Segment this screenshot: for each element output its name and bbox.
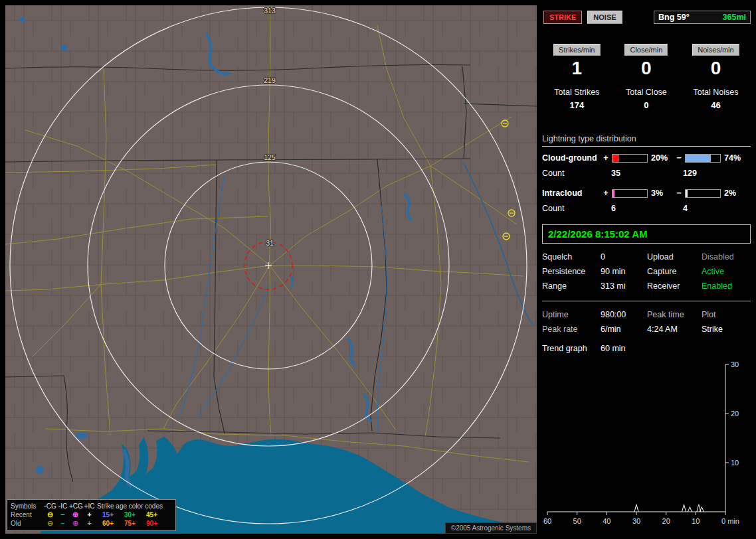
cg-negative-count: 129 [683, 169, 697, 178]
bearing-value: Bng 59° [658, 13, 690, 22]
peak-rate-value: 6/min [601, 325, 647, 334]
peak-time-value: 4:24 AM [647, 325, 702, 334]
strikes-rate-column: Strikes/min 1 Total Strikes 174 [542, 44, 612, 110]
svg-text:20: 20 [662, 517, 670, 525]
minus-sign: − [675, 189, 683, 198]
cg-negative-bar-fill [686, 155, 711, 162]
close-rate-column: Close/min 0 Total Close 0 [612, 44, 682, 110]
legend-col-pic: +IC [82, 502, 97, 510]
ic-negative-bar-fill [686, 190, 688, 197]
plot-label: Plot [702, 310, 748, 319]
noises-per-min-button[interactable]: Noises/min [692, 44, 739, 56]
total-noises-label: Total Noises [681, 88, 751, 97]
minus-sign: − [675, 153, 683, 163]
noise-mode-button[interactable]: NOISE [587, 11, 622, 24]
trend-graph: 1020306050403020100 min [542, 359, 748, 526]
cg-positive-bar [612, 154, 648, 163]
cg-positive-pct: 20% [650, 153, 675, 163]
ic-positive-pct: 3% [650, 189, 675, 198]
ring-label-31: 31 [266, 239, 274, 247]
intracloud-label: Intracloud [542, 189, 602, 198]
svg-text:30: 30 [731, 360, 739, 368]
intracloud-row: Intracloud + 3% − 2% [542, 189, 751, 198]
bearing-display: Bng 59° 365mi [654, 11, 751, 24]
peak-time-label: Peak time [647, 310, 702, 319]
ic-positive-bar-fill [613, 190, 614, 197]
rates-section: Strikes/min 1 Total Strikes 174 Close/mi… [542, 44, 751, 110]
svg-text:20: 20 [731, 410, 739, 418]
plus-sign: + [602, 189, 610, 198]
svg-text:30: 30 [632, 517, 640, 525]
age-75: 75+ [119, 519, 141, 528]
legend-row-recent-label: Recent [11, 510, 44, 519]
persistence-label: Persistence [542, 267, 601, 276]
svg-text:0 min: 0 min [721, 517, 739, 525]
svg-text:10: 10 [731, 459, 739, 467]
persistence-value: 90 min [601, 267, 647, 276]
uptime-label: Uptime [542, 310, 601, 319]
age-45: 45+ [141, 510, 163, 519]
legend-col-ncg: -CG [44, 502, 56, 510]
plus-sign: + [602, 153, 610, 163]
range-value: 313 mi [601, 281, 647, 291]
neg-ic-old-icon: − [56, 519, 69, 528]
cg-negative-bar [685, 154, 721, 163]
section-divider [542, 301, 751, 301]
capture-status: Active [702, 267, 748, 276]
bearing-range: 365mi [723, 13, 746, 22]
upload-status: Disabled [702, 252, 748, 262]
cg-count-label: Count [542, 169, 611, 178]
total-strikes-label: Total Strikes [542, 88, 612, 97]
ic-negative-pct: 2% [723, 189, 748, 198]
strikes-per-min-value: 1 [542, 58, 612, 79]
range-label: Range [542, 281, 601, 291]
cg-negative-pct: 74% [723, 153, 748, 163]
pos-cg-old-icon: ⊕ [69, 519, 82, 528]
cloud-ground-row: Cloud-ground + 20% − 74% [542, 153, 751, 163]
distribution-title: Lightning type distribution [542, 134, 751, 147]
total-strikes-value: 174 [542, 100, 612, 110]
receiver-status: Enabled [702, 281, 748, 291]
copyright-text: ©2005 Astrogenic Systems [445, 522, 537, 534]
legend-col-pcg: +CG [69, 502, 82, 510]
age-15: 15+ [97, 510, 119, 519]
close-per-min-button[interactable]: Close/min [624, 44, 668, 56]
radar-map[interactable]: 313 219 125 31 [5, 5, 537, 534]
noises-rate-column: Noises/min 0 Total Noises 46 [681, 44, 751, 110]
map-area[interactable]: 313 219 125 31 Symbols -CG -IC +CG +IC S… [5, 5, 537, 534]
ring-label-313: 313 [264, 7, 276, 15]
squelch-value: 0 [601, 252, 647, 262]
legend-symbols-header: Symbols [11, 502, 44, 510]
cg-count-row: Count 35 129 [542, 169, 751, 178]
cg-positive-bar-fill [613, 155, 619, 162]
close-per-min-value: 0 [612, 58, 682, 79]
ic-negative-bar [685, 189, 721, 198]
upload-label: Upload [647, 252, 702, 262]
age-30: 30+ [119, 510, 141, 519]
ic-count-row: Count 6 4 [542, 204, 751, 213]
legend-row-old-label: Old [11, 519, 44, 528]
neg-cg-old-icon: ⊖ [44, 519, 56, 528]
svg-text:40: 40 [603, 517, 611, 525]
ring-label-125: 125 [264, 153, 276, 161]
svg-text:10: 10 [692, 517, 700, 525]
ic-count-label: Count [542, 204, 611, 213]
total-noises-value: 46 [681, 100, 751, 110]
control-panel: STRIKE NOISE Bng 59° 365mi Strikes/min 1… [542, 5, 751, 534]
noises-per-min-value: 0 [681, 58, 751, 79]
strike-mode-button[interactable]: STRIKE [543, 11, 582, 24]
uptime-grid: Uptime 980:00 Peak time Plot Peak rate 6… [542, 310, 751, 334]
peak-rate-label: Peak rate [542, 325, 601, 334]
datetime-display: 2/22/2026 8:15:02 AM [542, 224, 751, 244]
strikes-per-min-button[interactable]: Strikes/min [553, 44, 600, 56]
cg-positive-count: 35 [611, 169, 683, 178]
neg-ic-recent-icon: − [56, 510, 69, 519]
capture-label: Capture [647, 267, 702, 276]
pos-ic-recent-icon: + [82, 510, 97, 519]
symbols-legend: Symbols -CG -IC +CG +IC Strike age color… [7, 499, 176, 531]
ic-positive-bar [612, 189, 648, 198]
receiver-label: Receiver [647, 281, 702, 291]
trend-graph-window: 60 min [601, 344, 751, 353]
age-90: 90+ [141, 519, 163, 528]
total-close-label: Total Close [612, 88, 682, 97]
